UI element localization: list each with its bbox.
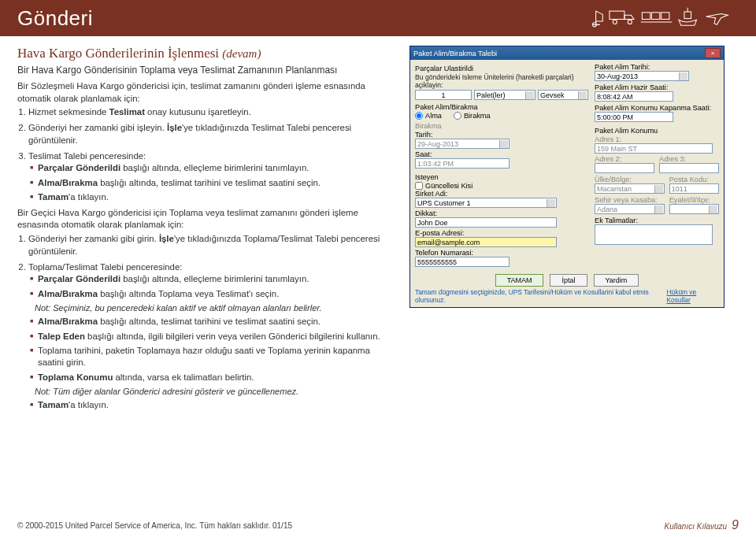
bullet-group-1: Parçalar Gönderildi başlığı altında, ell… (28, 162, 395, 203)
bullet: Parçalar Gönderildi başlığı altında, ell… (30, 162, 395, 174)
svg-point-3 (628, 20, 632, 24)
label-saat: Saat: (415, 150, 588, 158)
eposta-field[interactable]: email@sample.com (415, 237, 557, 247)
label-pk: Posta Kodu: (669, 176, 719, 183)
hint-text: Bu gönderideki Isleme Ünitelerini (harek… (415, 73, 588, 89)
group-parcalar-label: Parçalar Ulastirildi (415, 65, 588, 72)
lead-line: Bir Hava Kargo Gönderisinin Toplama veya… (17, 65, 395, 76)
ulke-field[interactable]: Macaristan (595, 183, 665, 194)
steps-list-2: Gönderiyi her zamanki gibi girin. İşle'y… (17, 233, 395, 412)
label-tel: Telefon Numarasi: (415, 249, 588, 257)
group-konum: Paket Alim Konumu (595, 127, 719, 135)
dialog-title-text: Paket Alim/Birakma Talebi (413, 50, 497, 57)
bullet: Alma/Bırakma başlığı altında, teslimat t… (30, 316, 395, 328)
pk-field[interactable]: 1011 (669, 183, 719, 194)
pa-tarih-field[interactable]: 30-Aug-2013 (595, 71, 689, 81)
label-dikkat: Dikkat: (415, 209, 588, 217)
sirket-field[interactable]: UPS Customer 1 (415, 198, 557, 208)
chk-guncelle[interactable]: Güncellesi Kisi (415, 182, 579, 190)
note-1: Not: Seçiminiz, bu penceredeki kalan akt… (35, 302, 395, 314)
intro-2: Bir Geçici Hava Kargo göndericisi için T… (17, 207, 395, 231)
pa-hazir-field[interactable]: 8:08:42 AM (595, 91, 673, 102)
svg-rect-7 (684, 12, 691, 19)
svg-rect-4 (642, 13, 650, 20)
cancel-button[interactable]: İptal (550, 274, 587, 287)
label-ek: Ek Talimatlar: (595, 217, 719, 224)
subhead-main: Hava Kargo Gönderilerinin İşlenmesi (17, 46, 222, 61)
step-3: Teslimat Talebi penceresinde: Parçalar G… (28, 150, 395, 204)
eyalet-field[interactable] (669, 204, 719, 214)
step-1: Hizmet sekmesinde Teslimat onay kutusunu… (28, 106, 395, 119)
label-tarih: Tarih: (415, 131, 588, 139)
adres1-field[interactable]: 159 Main ST (595, 143, 713, 154)
terms-link[interactable]: Hüküm ve Kosullar (667, 288, 720, 304)
close-icon[interactable]: × (705, 48, 721, 58)
bullet: Toplama tarihini, paketin Toplamaya hazı… (30, 345, 395, 369)
dialog-titlebar: Paket Alim/Birakma Talebi × (410, 46, 724, 60)
label-eyalet: Eyalet/Il/Ilçe: (669, 196, 719, 204)
saat-field[interactable]: 1:03:42 PM (415, 158, 510, 169)
ek-textarea[interactable] (595, 224, 713, 245)
help-button[interactable]: Yardim (594, 274, 639, 287)
section-heading: Hava Kargo Gönderilerinin İşlenmesi (dev… (17, 46, 395, 61)
step2-1: Gönderiyi her zamanki gibi girin. İşle'y… (28, 233, 395, 257)
bullet: Toplama Konumu altında, varsa ek talimat… (30, 372, 395, 383)
page-number: 9 (732, 518, 739, 532)
svg-rect-6 (662, 13, 669, 20)
bullet-group-2: Parçalar Gönderildi başlığı altında, ell… (28, 273, 395, 300)
adres3-field[interactable] (659, 163, 719, 173)
bullet-group-4: Tamam'a tıklayın. (28, 399, 395, 411)
bullet: Tamam'a tıklayın. (30, 191, 395, 203)
label-sirket: Sirket Adi: (415, 190, 588, 198)
sub-birakma: Birakma (415, 122, 588, 130)
svg-point-2 (613, 20, 617, 24)
radio-alma[interactable]: Alma (415, 112, 442, 120)
tel-field[interactable]: 5555555555 (415, 257, 510, 267)
label-adres1: Adres 1: (595, 135, 719, 143)
guide-label: Kullanıcı Kılavuzu (665, 522, 728, 531)
bullet: Parçalar Gönderildi başlığı altında, ell… (30, 273, 395, 285)
bullet-group-3: Alma/Bırakma başlığı altında, teslimat t… (28, 316, 395, 383)
label-adres2: Adres 2: (595, 155, 654, 163)
dikkat-field[interactable]: John Doe (415, 217, 557, 228)
bullet: Tamam'a tıklayın. (30, 399, 395, 411)
note-2: Not: Tüm diğer alanlar Gönderici adresin… (35, 386, 395, 398)
screenshot-column: Paket Alim/Birakma Talebi × Parçalar Ula… (410, 46, 724, 415)
bullet: Alma/Bırakma başlığı altında, teslimat t… (30, 177, 395, 189)
transport-icons (589, 4, 739, 32)
page-footer: © 2000-2015 United Parcel Service of Ame… (0, 518, 756, 532)
status-text: Tamam dügmesini seçtiginizde, UPS Tarife… (415, 288, 667, 304)
tarih-field[interactable]: 29-Aug-2013 (415, 139, 510, 149)
copyright-text: © 2000-2015 United Parcel Service of Ame… (17, 521, 292, 530)
svg-rect-5 (651, 13, 659, 20)
page-title: Gönderi (17, 6, 93, 31)
step2-2: Toplama/Teslimat Talebi penceresinde: Pa… (28, 261, 395, 412)
label-pa-tarih: Paket Alim Tarihi: (595, 63, 719, 71)
dialog-window: Paket Alim/Birakma Talebi × Parçalar Ula… (410, 46, 724, 308)
ok-button[interactable]: TAMAM (495, 274, 544, 287)
qty-field[interactable]: 1 (415, 90, 472, 100)
subhead-suffix: (devam) (222, 47, 261, 60)
step-2: Gönderiyi her zamanki gibi işleyin. İşle… (28, 122, 395, 146)
intro-paragraph: Bir Sözleşmeli Hava Kargo göndericisi iç… (17, 80, 395, 105)
content-column: Hava Kargo Gönderilerinin İşlenmesi (dev… (17, 46, 395, 415)
label-ulke: Ülke/Bölge: (595, 176, 665, 183)
group-isteyen: Isteyen (415, 173, 588, 181)
bullet: Alma/Bırakma başlığı altında Toplama vey… (30, 288, 395, 300)
label-adres3: Adres 3: (659, 155, 719, 163)
loose-drop[interactable]: Gevsek (538, 90, 588, 100)
label-pa-kapanma: Paket Alim Konumu Kapanma Saati: (595, 104, 719, 112)
group-alma-label: Paket Alim/Birakma (415, 103, 588, 111)
label-eposta: E-posta Adresi: (415, 229, 588, 237)
radio-birakma[interactable]: Birakma (454, 112, 491, 120)
bullet: Talep Eden başlığı altında, ilgili bilgi… (30, 331, 395, 343)
steps-list-1: Hizmet sekmesinde Teslimat onay kutusunu… (17, 106, 395, 203)
label-sehir: Sehir veya Kasaba: (595, 196, 665, 204)
status-line: Tamam dügmesini seçtiginizde, UPS Tarife… (410, 288, 724, 307)
sehir-field[interactable]: Adana (595, 204, 665, 214)
pa-kapanma-field[interactable]: 5:00:00 PM (595, 112, 673, 122)
unit-drop[interactable]: Palet(ler) (474, 90, 536, 100)
adres2-field[interactable] (595, 163, 654, 173)
page-header: Gönderi (0, 0, 756, 36)
svg-rect-1 (610, 11, 624, 19)
